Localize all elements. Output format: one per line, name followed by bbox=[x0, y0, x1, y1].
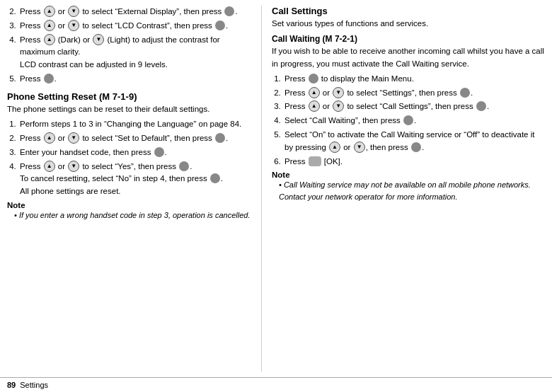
nav-down-icon: ▼ bbox=[333, 100, 344, 112]
subheading-call-waiting: Call Waiting (M 7-2-1) bbox=[272, 34, 545, 44]
note-text-reset: • If you enter a wrong handset code in s… bbox=[14, 209, 251, 221]
ok-btn-icon bbox=[224, 6, 234, 16]
ok-btn-icon bbox=[44, 74, 54, 83]
list-item: Press ▲ or ▼ to select “Set to Default”,… bbox=[18, 132, 251, 145]
section-heading-call-settings: Call Settings bbox=[272, 6, 545, 16]
section-intro-call-settings: Set various types of functions and servi… bbox=[272, 18, 545, 30]
nav-up-icon: ▲ bbox=[309, 87, 320, 98]
nav-up-icon: ▲ bbox=[44, 20, 55, 31]
list-item: Press . bbox=[18, 73, 251, 86]
nav-down-icon: ▼ bbox=[68, 6, 79, 17]
list-item: Press to display the Main Menu. bbox=[283, 73, 545, 86]
intro-call-waiting: If you wish to be able to receive anothe… bbox=[272, 45, 545, 70]
nav-down-icon: ▼ bbox=[68, 161, 79, 172]
section-heading-reset: Phone Setting Reset (M 7-1-9) bbox=[7, 91, 251, 102]
ok-btn-icon bbox=[476, 101, 486, 111]
nav-up-icon: ▲ bbox=[44, 132, 55, 144]
list-item: Select “On” to activate the Call Waiting… bbox=[283, 129, 545, 154]
softkey-icon bbox=[309, 156, 321, 166]
page-footer: 89 Settings bbox=[0, 377, 552, 392]
nav-down-icon: ▼ bbox=[333, 87, 344, 98]
ok-btn-icon bbox=[210, 173, 220, 183]
list-item: Enter your handset code, then press . bbox=[18, 146, 251, 159]
section-intro-reset: The phone settings can be reset to their… bbox=[7, 103, 251, 115]
nav-down-icon: ▼ bbox=[68, 20, 79, 31]
nav-down-icon: ▼ bbox=[68, 132, 79, 144]
ok-btn-icon bbox=[309, 74, 318, 83]
nav-up-icon: ▲ bbox=[44, 34, 55, 45]
nav-down-icon: ▼ bbox=[93, 34, 104, 45]
footer-page-number: 89 bbox=[7, 381, 16, 389]
ok-btn-icon bbox=[154, 147, 164, 157]
nav-down-icon: ▼ bbox=[354, 142, 365, 153]
list-item: Perform steps 1 to 3 in “Changing the La… bbox=[18, 118, 251, 131]
left-column: Press ▲ or ▼ to select “External Display… bbox=[7, 6, 262, 371]
list-item: Press ▲ or ▼ to select “LCD Contrast”, t… bbox=[18, 20, 251, 33]
list-item: Press ▲ or ▼ to select “External Display… bbox=[18, 6, 251, 18]
right-column: Call Settings Set various types of funct… bbox=[262, 6, 545, 371]
list-item: Select “Call Waiting”, then press . bbox=[283, 115, 545, 127]
ok-btn-icon bbox=[411, 142, 421, 152]
nav-up-icon: ▲ bbox=[44, 6, 55, 17]
ok-btn-icon bbox=[179, 161, 189, 171]
ok-btn-icon bbox=[403, 115, 413, 125]
list-item: Press ▲ or ▼ to select “Call Settings”, … bbox=[283, 100, 545, 113]
list-item: Press ▲ or ▼ to select “Yes”, then press… bbox=[18, 161, 251, 198]
nav-up-icon: ▲ bbox=[44, 161, 55, 172]
list-item: Press ▲ or ▼ to select “Settings”, then … bbox=[283, 87, 545, 100]
ok-btn-icon bbox=[460, 88, 470, 98]
ok-btn-icon bbox=[215, 21, 225, 30]
note-label-reset: Note bbox=[7, 201, 251, 209]
footer-label: Settings bbox=[20, 381, 48, 389]
nav-up-icon: ▲ bbox=[329, 142, 340, 153]
list-item: Press [OK]. bbox=[283, 156, 545, 168]
ok-btn-icon bbox=[215, 133, 225, 143]
note-text-call-waiting: • Call Waiting service may not be availa… bbox=[279, 179, 545, 202]
nav-up-icon: ▲ bbox=[309, 100, 320, 112]
list-item: Press ▲ (Dark) or ▼ (Light) to adjust th… bbox=[18, 34, 251, 71]
note-label-call-waiting: Note bbox=[272, 171, 545, 179]
